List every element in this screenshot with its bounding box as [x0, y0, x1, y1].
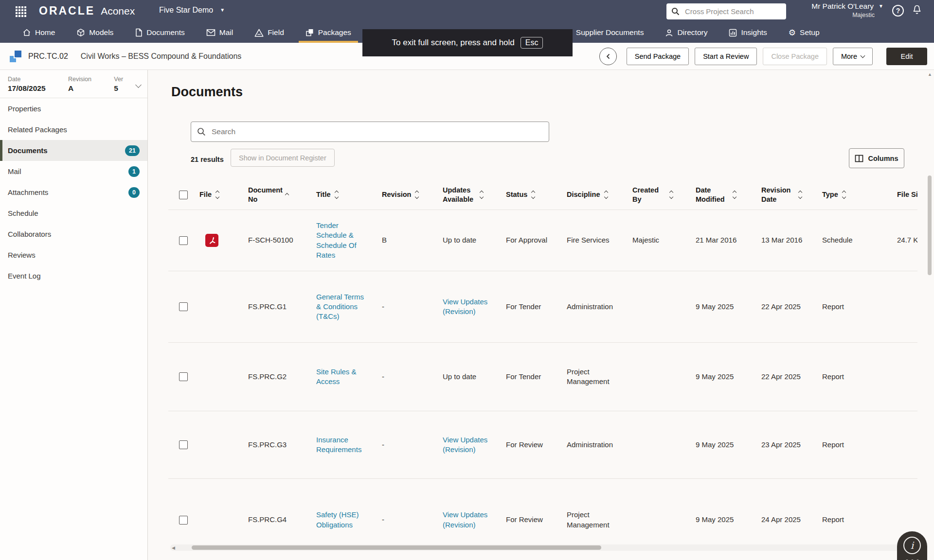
pdf-file-icon[interactable] — [205, 234, 218, 247]
sidebar-item-related-packages[interactable]: Related Packages — [0, 119, 147, 140]
document-title-link[interactable]: Insurance Requirements — [316, 435, 365, 455]
scroll-left-arrow-icon[interactable]: ◀ — [172, 545, 175, 550]
cell-discipline: Fire Services — [567, 235, 610, 245]
row-checkbox[interactable] — [179, 302, 188, 311]
cell-date-modified: 21 Mar 2016 — [696, 235, 761, 245]
cell-status: For Review — [506, 440, 567, 450]
help-widget[interactable]: i — [897, 531, 927, 560]
column-header-revision[interactable]: Revision — [382, 190, 443, 199]
column-header-discipline[interactable]: Discipline — [567, 190, 632, 199]
vertical-scrollbar[interactable]: ▲ — [927, 71, 933, 560]
view-updates-link[interactable]: View Updates (Revision) — [443, 510, 493, 530]
document-title-link[interactable]: General Terms & Conditions (T&Cs) — [316, 292, 365, 322]
back-button[interactable] — [599, 48, 617, 65]
expand-meta-chevron-icon[interactable] — [135, 82, 142, 88]
column-header-status[interactable]: Status — [506, 190, 567, 199]
send-package-button[interactable]: Send Package — [627, 48, 689, 65]
sort-icon — [843, 191, 845, 198]
column-header-type[interactable]: Type — [822, 190, 885, 199]
row-checkbox[interactable] — [179, 516, 188, 525]
sort-icon — [670, 191, 673, 198]
view-updates-link[interactable]: View Updates (Revision) — [443, 297, 493, 317]
cell-doc-no: FS.PRC.G2 — [248, 372, 316, 382]
user-organization: Majestic — [796, 12, 883, 18]
nav-field[interactable]: Field — [253, 22, 285, 43]
sort-icon — [733, 191, 736, 198]
cell-updates: Up to date — [443, 235, 506, 245]
sidebar-item-attachments[interactable]: Attachments 0 — [0, 182, 147, 203]
document-title-link[interactable]: Tender Schedule & Schedule Of Rates — [316, 221, 365, 260]
scroll-up-arrow-icon[interactable]: ▲ — [927, 72, 933, 77]
nav-setup[interactable]: ⚙ Setup — [788, 22, 821, 43]
row-checkbox[interactable] — [179, 372, 188, 381]
esc-keycap: Esc — [521, 37, 543, 49]
info-icon[interactable]: i — [903, 537, 921, 554]
packages-icon — [305, 28, 314, 37]
project-name: Five Star Demo — [159, 6, 213, 15]
cell-status: For Tender — [506, 302, 567, 312]
cell-revision: - — [382, 440, 443, 450]
column-header-revision-date[interactable]: Revision Date — [761, 186, 822, 203]
documents-search-input[interactable] — [211, 127, 543, 137]
sidebar-item-schedule[interactable]: Schedule — [0, 203, 147, 224]
documents-search[interactable] — [191, 122, 549, 142]
cross-project-search-input[interactable] — [684, 7, 783, 16]
start-review-button[interactable]: Start a Review — [695, 48, 757, 65]
document-title-link[interactable]: Site Rules & Access — [316, 367, 365, 387]
cross-project-search[interactable] — [666, 3, 786, 19]
vertical-scroll-thumb[interactable] — [928, 175, 932, 275]
close-package-button: Close Package — [763, 48, 827, 65]
revision-label: Revision — [68, 76, 114, 83]
column-header-file[interactable]: File — [199, 190, 248, 199]
chevron-down-icon: ▼ — [220, 8, 225, 13]
sidebar-item-documents[interactable]: Documents 21 — [0, 140, 147, 161]
cell-status: For Review — [506, 515, 567, 525]
more-button[interactable]: More — [833, 48, 873, 65]
row-checkbox[interactable] — [179, 236, 188, 245]
document-title-link[interactable]: Safety (HSE) Obligations — [316, 510, 365, 530]
cell-revision: - — [382, 515, 443, 525]
nav-supplier-documents[interactable]: Supplier Documents — [562, 22, 645, 43]
row-checkbox[interactable] — [179, 440, 188, 449]
cell-revision-date: 24 Apr 2025 — [761, 515, 822, 525]
nav-home[interactable]: Home — [21, 22, 56, 43]
package-meta: Date 17/08/2025 Revision A Ver 5 — [0, 70, 147, 98]
horizontal-scroll-thumb[interactable] — [192, 545, 601, 550]
product-name: Aconex — [101, 5, 135, 17]
view-updates-link[interactable]: View Updates (Revision) — [443, 435, 493, 455]
cell-revision-date: 13 Mar 2016 — [761, 235, 822, 245]
nav-models[interactable]: Models — [75, 22, 114, 43]
column-header-updates-available[interactable]: Updates Available — [443, 186, 506, 203]
column-header-date-modified[interactable]: Date Modified — [696, 186, 761, 203]
nav-directory[interactable]: Directory — [664, 22, 708, 43]
sidebar-item-mail[interactable]: Mail 1 — [0, 161, 147, 182]
column-header-created-by[interactable]: Created By — [632, 186, 696, 203]
notifications-bell-icon[interactable] — [912, 4, 922, 16]
nav-mail[interactable]: Mail — [205, 22, 234, 43]
documents-panel: Documents 21 results Show in Document Re… — [148, 70, 934, 560]
app-grid-icon[interactable] — [16, 6, 26, 17]
columns-button[interactable]: Columns — [849, 148, 904, 168]
user-menu[interactable]: Mr Patrick O'Leary ▼ Majestic — [796, 2, 883, 18]
sidebar-item-event-log[interactable]: Event Log — [0, 265, 147, 286]
package-id: PRC.TC.02 — [28, 52, 68, 61]
nav-documents[interactable]: Documents — [134, 22, 185, 43]
column-header-title[interactable]: Title — [316, 190, 382, 199]
help-icon[interactable]: ? — [892, 5, 904, 17]
cell-doc-no: F-SCH-50100 — [248, 235, 316, 245]
nav-packages[interactable]: Packages — [305, 22, 352, 43]
sidebar-item-properties[interactable]: Properties — [0, 98, 147, 119]
cell-type: Report — [822, 515, 885, 525]
column-header-document-no[interactable]: Document No — [248, 186, 316, 203]
sidebar-item-reviews[interactable]: Reviews — [0, 245, 147, 265]
column-header-file-size[interactable]: File Size — [885, 190, 917, 199]
project-selector[interactable]: Five Star Demo ▼ — [159, 6, 225, 15]
cell-doc-no: FS.PRC.G3 — [248, 440, 316, 450]
edit-button[interactable]: Edit — [886, 48, 927, 65]
sidebar-item-collaborators[interactable]: Collaborators — [0, 224, 147, 245]
chevron-down-icon — [861, 53, 865, 58]
select-all-checkbox[interactable] — [179, 191, 188, 199]
nav-insights[interactable]: Insights — [728, 22, 768, 43]
cell-type: Schedule — [822, 235, 885, 245]
horizontal-scrollbar[interactable]: ◀ — [170, 544, 915, 551]
